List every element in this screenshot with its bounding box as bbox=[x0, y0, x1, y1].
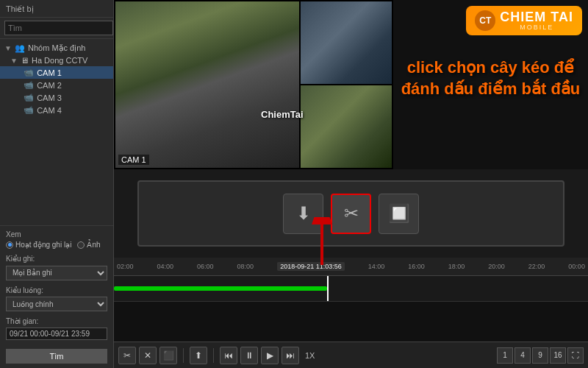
main-content: CAM 1 CT CHIEM TAI MOBILE bbox=[114, 0, 588, 368]
time-label: Thời gian: bbox=[6, 317, 107, 325]
cam4-icon: 📹 bbox=[24, 105, 34, 115]
cam3-preview bbox=[301, 85, 392, 168]
toolbar-container: ⬇ ✂ 🔲 bbox=[114, 169, 588, 258]
instruction-panel: click chọn cây kéo để đánh dấu điểm bắt … bbox=[394, 57, 588, 99]
search-bar: 🔍 bbox=[0, 18, 113, 39]
group-icon: 👥 bbox=[15, 43, 25, 53]
expand-icon: ▼ bbox=[4, 44, 12, 52]
main-video-cell[interactable]: CAM 1 bbox=[115, 1, 299, 168]
time-mark-04: 04:00 bbox=[157, 263, 174, 270]
time-mark-16: 16:00 bbox=[408, 263, 425, 270]
play-button[interactable]: ▶ bbox=[261, 347, 279, 364]
sidebar-title: Thiết bị bbox=[0, 0, 113, 18]
cam1-icon: 📹 bbox=[24, 68, 34, 77]
time-mark-02: 02:00 bbox=[117, 263, 134, 270]
grid-9-button[interactable]: 9 bbox=[532, 347, 548, 364]
cut-icon-btn[interactable]: ✕ bbox=[139, 347, 157, 364]
timeline-area[interactable]: 02:00 04:00 06:00 08:00 2018-09-21 11:03… bbox=[114, 258, 588, 342]
cam1-preview bbox=[115, 1, 299, 168]
view-label: Xem bbox=[6, 230, 107, 238]
time-mark-06: 06:00 bbox=[197, 263, 214, 270]
pause-button[interactable]: ⏸ bbox=[240, 347, 258, 364]
download-button[interactable]: ⬇ bbox=[283, 194, 323, 234]
scissors-button[interactable]: ✂ bbox=[331, 194, 371, 234]
cam1-label: CAM 1 bbox=[118, 155, 149, 165]
export-button[interactable]: ⬆ bbox=[190, 347, 207, 364]
stream-select[interactable]: Luồng chính bbox=[6, 297, 107, 311]
view-section: Xem Hoạt động ghi lại Ảnh bbox=[6, 230, 107, 249]
stream-section: Kiểu luồng: Luồng chính bbox=[6, 286, 107, 312]
logo-sub-text: MOBILE bbox=[500, 24, 573, 31]
time-mark-18: 18:00 bbox=[448, 263, 465, 270]
expand-button[interactable]: ⛶ bbox=[567, 347, 584, 364]
logo-icon: CT bbox=[475, 10, 495, 31]
recording-type-select[interactable]: Mọi Bản ghi bbox=[6, 266, 107, 280]
time-mark-14: 14:00 bbox=[368, 263, 385, 270]
recording-bar bbox=[114, 286, 327, 291]
cam2-icon: 📹 bbox=[24, 80, 34, 90]
rec-type-label: Kiểu ghi: bbox=[6, 255, 107, 263]
cut-start-button[interactable]: ✂ bbox=[118, 347, 136, 364]
tree-cam4[interactable]: 📹 CAM 4 bbox=[0, 104, 113, 116]
grid-1-button[interactable]: 1 bbox=[497, 347, 513, 364]
dvr-expand-icon: ▼ bbox=[10, 57, 18, 65]
prev-frame-button[interactable]: ⏮ bbox=[220, 347, 237, 364]
time-mark-22: 22:00 bbox=[528, 263, 545, 270]
stream-label: Kiểu luồng: bbox=[6, 286, 107, 294]
video-grid: CAM 1 bbox=[114, 0, 393, 169]
time-markers: 02:00 04:00 06:00 08:00 2018-09-21 11:03… bbox=[114, 262, 588, 271]
grid-16-button[interactable]: 16 bbox=[550, 347, 566, 364]
image-radio-dot bbox=[77, 241, 85, 249]
find-button[interactable]: Tìm bbox=[6, 349, 107, 364]
cam3-video-cell[interactable] bbox=[301, 85, 392, 168]
next-frame-button[interactable]: ⏭ bbox=[282, 347, 299, 364]
divider2 bbox=[213, 348, 214, 363]
device-tree: ▼ 👥 Nhóm Mặc định ▼ 🖥 Ha Dong CCTV 📹 CAM… bbox=[0, 39, 113, 225]
tree-dvr[interactable]: ▼ 🖥 Ha Dong CCTV bbox=[0, 54, 113, 66]
time-value[interactable]: 09/21 00:00-09/21 23:59 bbox=[6, 328, 107, 340]
time-mark-20: 20:00 bbox=[488, 263, 505, 270]
top-right-panel: CT CHIEM TAI MOBILE click chọn cây kéo đ… bbox=[393, 0, 588, 169]
clip-icon: 🔲 bbox=[388, 203, 410, 224]
sidebar: Thiết bị 🔍 ▼ 👥 Nhóm Mặc định ▼ 🖥 Ha Dong… bbox=[0, 0, 114, 368]
cam3-icon: 📹 bbox=[24, 93, 34, 102]
view-radio-row: Hoạt động ghi lại Ảnh bbox=[6, 241, 107, 249]
tree-cam2[interactable]: 📹 CAM 2 bbox=[0, 79, 113, 91]
image-radio[interactable]: Ảnh bbox=[77, 241, 100, 249]
time-section: Thời gian: 09/21 00:00-09/21 23:59 bbox=[6, 317, 107, 340]
clip-icon-btn[interactable]: ⬛ bbox=[159, 347, 177, 364]
grid-buttons: 1 4 9 16 ⛶ bbox=[497, 347, 584, 364]
speed-label: 1X bbox=[302, 351, 318, 360]
tree-cam1[interactable]: 📹 CAM 1 bbox=[0, 66, 113, 79]
instruction-line2: đánh dấu điểm bắt đầu bbox=[401, 79, 581, 100]
download-icon: ⬇ bbox=[296, 203, 311, 224]
recording-type-section: Kiểu ghi: Mọi Bản ghi bbox=[6, 255, 107, 280]
timeline-track[interactable] bbox=[114, 276, 588, 302]
dvr-icon: 🖥 bbox=[21, 56, 29, 65]
time-mark-current: 2018-09-21 11:03:56 bbox=[277, 262, 345, 271]
toolbar-area: ⬇ ✂ 🔲 bbox=[137, 180, 564, 247]
logo-text: CHIEM TAI MOBILE bbox=[500, 10, 573, 31]
sidebar-bottom: Xem Hoạt động ghi lại Ảnh Kiểu ghi: Mọi … bbox=[0, 225, 113, 368]
logo: CT CHIEM TAI MOBILE bbox=[466, 6, 582, 35]
cam2-video-cell[interactable] bbox=[301, 1, 392, 84]
playback-radio[interactable]: Hoạt động ghi lại bbox=[6, 241, 71, 249]
tree-root-expand[interactable]: ▼ 👥 Nhóm Mặc định bbox=[0, 42, 113, 54]
clip-button[interactable]: 🔲 bbox=[379, 194, 419, 234]
time-mark-00: 00:00 bbox=[568, 263, 585, 270]
timeline-cursor bbox=[327, 276, 329, 301]
cam2-preview bbox=[301, 1, 392, 84]
divider1 bbox=[183, 348, 184, 363]
timeline-ruler: 02:00 04:00 06:00 08:00 2018-09-21 11:03… bbox=[114, 258, 588, 276]
chiemtai-watermark: ChiemTai bbox=[261, 109, 304, 120]
instruction-line1: click chọn cây kéo để bbox=[401, 57, 581, 79]
tree-cam3[interactable]: 📹 CAM 3 bbox=[0, 91, 113, 104]
logo-main-text: CHIEM TAI bbox=[500, 10, 573, 24]
playback-radio-dot bbox=[6, 241, 13, 249]
grid-4-button[interactable]: 4 bbox=[514, 347, 531, 364]
video-area: CAM 1 CT CHIEM TAI MOBILE bbox=[114, 0, 588, 169]
bottom-controls: ✂ ✕ ⬛ ⬆ ⏮ ⏸ ▶ ⏭ 1X 1 4 9 16 ⛶ bbox=[114, 342, 588, 368]
time-mark-08: 08:00 bbox=[237, 263, 254, 270]
search-input[interactable] bbox=[4, 21, 113, 35]
scissors-icon: ✂ bbox=[344, 203, 359, 224]
